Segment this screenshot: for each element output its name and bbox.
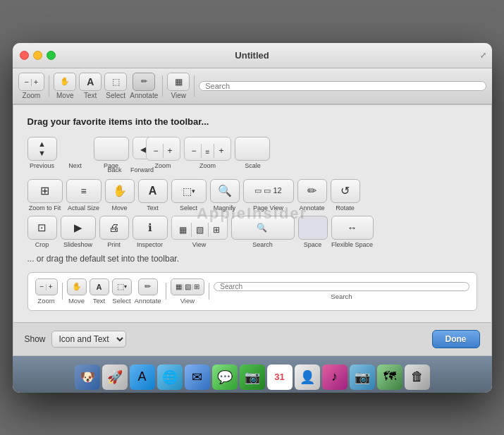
item-space[interactable]: Space: [298, 216, 328, 248]
page-view-label: Page View: [253, 204, 283, 212]
select-toolbar-label: Select: [106, 92, 125, 99]
item-zoom-to-fit[interactable]: ⊞ Zoom to Fit: [27, 179, 63, 212]
fullscreen-icon[interactable]: ⤢: [480, 51, 486, 60]
item-flexible-space[interactable]: ↔ Flexible Space: [331, 216, 374, 248]
zoom-toolbar-btn[interactable]: − | +: [18, 73, 45, 91]
search-icon: 🔍: [257, 223, 267, 233]
dock-icon-facetime[interactable]: 📷: [240, 364, 265, 390]
item-search[interactable]: 🔍 Search: [231, 216, 295, 248]
dock-icon-finder[interactable]: 🐶: [75, 364, 100, 390]
def-view-icon3: ▧: [185, 283, 191, 290]
item-crop[interactable]: ⊡ Crop: [27, 216, 57, 248]
item-magnify[interactable]: 🔍 Magnify: [210, 179, 240, 212]
zoom-minus-icon: −: [25, 78, 29, 86]
back-label: Back: [104, 166, 126, 173]
move-label: Move: [111, 204, 127, 212]
dock-icon-launchpad[interactable]: 🚀: [102, 364, 128, 390]
zoom-minus2-icon[interactable]: −: [188, 144, 201, 158]
items-row-2: ⊞ Zoom to Fit ≡ Actual Size ✋ Move A Tex…: [27, 179, 477, 212]
item-actual-size[interactable]: ≡ Actual Size: [66, 179, 102, 212]
toolbar-sep-2: [162, 75, 163, 97]
def-view-icon4: |: [192, 283, 193, 290]
text-toolbar-btn[interactable]: A: [79, 73, 102, 91]
view-icon[interactable]: ▦: [175, 223, 191, 237]
item-annotate[interactable]: ✏ Annotate: [297, 179, 327, 212]
def-search-group: Search: [214, 282, 469, 300]
dock-icon-messages[interactable]: 💬: [212, 364, 238, 390]
dock-icon-appstore[interactable]: A: [130, 364, 155, 390]
search-input[interactable]: [199, 81, 486, 91]
dock-icon-contacts[interactable]: 👤: [295, 364, 320, 390]
show-select[interactable]: Icon and Text Icon Only Text Only: [51, 331, 126, 348]
def-move-label: Move: [68, 297, 85, 305]
def-search-input[interactable]: [214, 282, 469, 291]
def-annotate-label: Annotate: [135, 297, 161, 305]
maximize-button[interactable]: [47, 51, 56, 60]
page-view-icon: ▭ ▭ 12: [254, 186, 281, 195]
view-icon3[interactable]: ⊞: [209, 223, 224, 237]
item-zoom-slider[interactable]: − ≡ + Zoom: [184, 137, 232, 169]
zoom-toolbar-label: Zoom: [23, 92, 41, 99]
item-page[interactable]: Page: [94, 137, 129, 169]
slideshow-label: Slideshow: [63, 241, 92, 248]
view-toolbar-btn[interactable]: ▦: [167, 73, 190, 91]
move-toolbar-btn[interactable]: ✋: [54, 73, 76, 91]
item-next[interactable]: Next: [61, 137, 90, 169]
item-view[interactable]: ▦ ▧ ⊞ View: [171, 216, 228, 248]
dock-icon-maps[interactable]: 🗺: [377, 364, 402, 390]
def-move-btn[interactable]: ✋: [67, 278, 87, 295]
zoom-plus2-icon[interactable]: +: [214, 144, 228, 158]
item-previous[interactable]: ▲ ▼ Previous: [27, 137, 57, 169]
dock-icon-trash[interactable]: 🗑: [405, 364, 430, 390]
def-view-icon5: ⊞: [194, 283, 199, 290]
item-rotate[interactable]: ↺ Rotate: [331, 179, 360, 212]
def-plus-icon: +: [49, 283, 53, 290]
def-select-btn[interactable]: ⬚▾: [112, 278, 132, 295]
zoom-minus-icon[interactable]: −: [149, 144, 163, 158]
annotate-toolbar-btn[interactable]: ✏: [133, 73, 155, 91]
def-annotate-btn[interactable]: ✏: [138, 278, 158, 295]
toolbar-move-group: ✋ Move: [54, 73, 76, 99]
items-row-1: ▲ ▼ Previous Next Page ◀: [27, 137, 477, 169]
next-label: Next: [68, 162, 82, 169]
done-button[interactable]: Done: [432, 330, 480, 348]
minimize-button[interactable]: [33, 51, 42, 60]
toolbar-sep-1: [49, 75, 49, 97]
view-icon2[interactable]: ▧: [192, 223, 208, 237]
default-toolbar: − | + Zoom ✋ Move A Text ⬚▾ Sele: [27, 272, 477, 311]
item-text[interactable]: A Text: [138, 179, 168, 212]
close-button[interactable]: [20, 51, 29, 60]
toolbar-annotate-group: ✏ Annotate: [130, 73, 158, 99]
def-sep3: [209, 283, 209, 300]
dock-icon-safari[interactable]: 🌐: [157, 364, 183, 390]
def-search-label: Search: [214, 293, 469, 300]
select-toolbar-btn[interactable]: ⬚: [104, 73, 127, 91]
item-move[interactable]: ✋ Move: [105, 179, 135, 212]
annotate-label: Annotate: [299, 204, 324, 212]
item-slideshow[interactable]: ▶ Slideshow: [61, 216, 96, 248]
dock-icon-itunes[interactable]: ♪: [322, 364, 348, 390]
zoom-to-fit-label: Zoom to Fit: [29, 204, 61, 212]
dock-icon-calendar[interactable]: 31: [267, 364, 293, 390]
item-zoom-mp[interactable]: − + Zoom: [146, 137, 180, 169]
sheet-footer: Show Icon and Text Icon Only Text Only D…: [13, 322, 491, 355]
def-view-btn[interactable]: ▦ | ▧ | ⊞: [171, 278, 205, 295]
def-sep2: [166, 283, 166, 300]
def-view-icon1: ▦: [176, 283, 182, 290]
main-window: Untitled ⤢ − | + Zoom ✋ Move A Text ⬚ Se…: [13, 43, 492, 393]
zoom-plus-icon[interactable]: +: [164, 144, 177, 158]
toolbar-select-group: ⬚ Select: [104, 73, 127, 99]
items-row-3: ⊡ Crop ▶ Slideshow 🖨 Print ℹ Inspector: [27, 216, 477, 248]
item-page-view[interactable]: ▭ ▭ 12 Page View: [243, 179, 294, 212]
item-print[interactable]: 🖨 Print: [99, 216, 129, 248]
dock-icon-mail[interactable]: ✉: [185, 364, 210, 390]
dock-icon-iphoto[interactable]: 📷: [350, 364, 375, 390]
def-zoom-btn[interactable]: − | +: [35, 278, 58, 295]
divider-text: ... or drag the default set into the too…: [27, 254, 477, 264]
text-label: Text: [147, 204, 159, 212]
view-toolbar-label: View: [171, 92, 187, 99]
item-inspector[interactable]: ℹ Inspector: [133, 216, 168, 248]
def-text-btn[interactable]: A: [90, 278, 109, 295]
item-scale[interactable]: Scale: [235, 137, 270, 169]
item-select[interactable]: ⬚▾ Select: [171, 179, 207, 212]
